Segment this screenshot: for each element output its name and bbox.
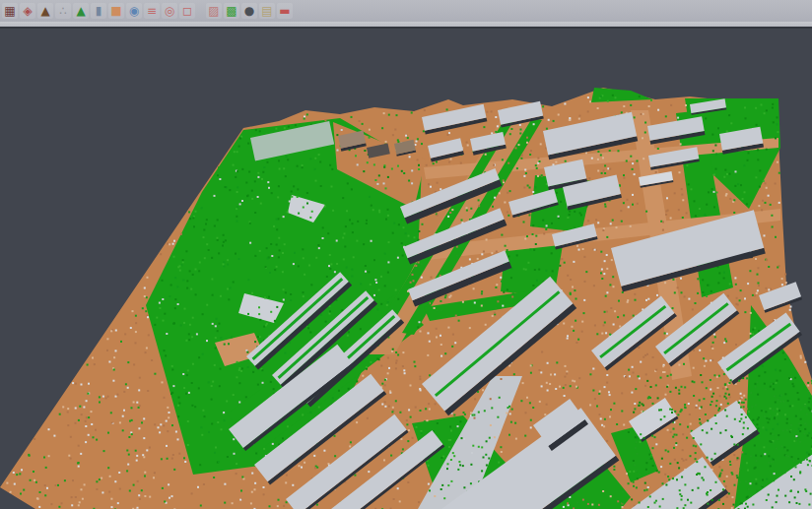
dark-sphere-icon[interactable]: ● bbox=[241, 3, 257, 19]
profile-section-icon[interactable]: ▮ bbox=[91, 3, 106, 19]
viewport-3d[interactable] bbox=[0, 0, 812, 509]
texture-check-icon[interactable]: ▨ bbox=[206, 3, 222, 19]
toolbar: ▦◈▲∴▲▮■◉≡◎◻▨▩●▤▬ bbox=[0, 0, 812, 22]
flag-red-icon[interactable]: ▬ bbox=[277, 3, 293, 19]
dem-brown-hill-icon[interactable]: ▲ bbox=[37, 3, 53, 19]
toolbar-edge-line bbox=[0, 27, 812, 29]
circle-select-icon[interactable]: ◎ bbox=[162, 3, 177, 19]
sparse-points-icon[interactable]: ∴ bbox=[55, 3, 71, 19]
orthophoto-icon[interactable]: ■ bbox=[108, 3, 124, 19]
globe-icon[interactable]: ◉ bbox=[126, 3, 142, 19]
extent-crop-icon[interactable]: ◻ bbox=[179, 3, 195, 19]
point-cloud-mosaic-icon[interactable]: ▦ bbox=[2, 3, 18, 19]
clear-tiles-icon[interactable]: ▤ bbox=[259, 3, 275, 19]
classify-list-icon[interactable]: ≡ bbox=[144, 3, 160, 19]
classification-colors-icon[interactable]: ▩ bbox=[224, 3, 239, 19]
align-clouds-icon[interactable]: ◈ bbox=[20, 3, 35, 19]
terrain-model-icon[interactable]: ▲ bbox=[73, 3, 89, 19]
